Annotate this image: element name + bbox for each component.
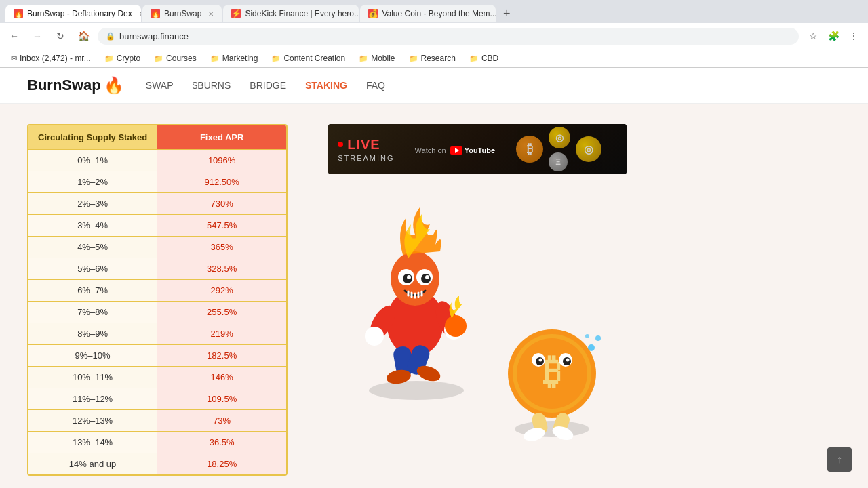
streaming-text: STREAMING: [338, 154, 394, 162]
apr-cell: 292%: [157, 280, 286, 301]
youtube-thumbnail[interactable]: ₿ ◎ Ξ ◎ LIVE STREAMING Watch on: [328, 124, 627, 174]
apr-cell: 219%: [157, 323, 286, 344]
svg-point-36: [588, 344, 595, 351]
bitcoin-coin-bg: ₿: [516, 136, 543, 163]
staking-table: Circulating Supply Staked Fixed APR 0%–1…: [27, 124, 288, 476]
nav-burns[interactable]: $BURNS: [193, 80, 231, 91]
bookmark-label: Crypto: [117, 54, 140, 63]
nav-staking[interactable]: STAKING: [305, 80, 347, 91]
apr-cell: 365%: [157, 237, 286, 258]
nav-swap[interactable]: SWAP: [146, 80, 174, 91]
address-bar: ← → ↻ 🏠 🔒 burnswap.finance ☆ 🧩 ⋮: [0, 23, 868, 49]
apr-cell: 36.5%: [157, 432, 286, 453]
supply-range-cell: 7%–8%: [28, 302, 157, 323]
home-button[interactable]: 🏠: [75, 27, 92, 45]
svg-point-18: [407, 275, 411, 279]
apr-cell: 73%: [157, 410, 286, 431]
mascot-area: ₿: [328, 190, 627, 448]
tab-favicon: 🔥: [14, 9, 23, 18]
bookmark-label: Inbox (2,472) - mr...: [20, 54, 91, 63]
table-row: 13%–14% 36.5%: [28, 431, 286, 453]
bookmark-mobile[interactable]: 📁 Mobile: [353, 52, 400, 64]
supply-range-cell: 0%–1%: [28, 150, 157, 171]
apr-cell: 1096%: [157, 150, 286, 171]
tab-favicon: ⚡: [231, 9, 241, 18]
tab-label: BurnSwap - Deflationary Dex: [27, 9, 132, 18]
bookmark-marketing[interactable]: 📁 Marketing: [205, 52, 264, 64]
table-row: 12%–13% 73%: [28, 409, 286, 431]
bookmark-label: Marketing: [222, 54, 258, 63]
back-button[interactable]: ←: [5, 27, 23, 45]
apr-cell: 730%: [157, 193, 286, 214]
settings-icon[interactable]: ⋮: [845, 27, 863, 45]
tab-label: SideKick Finance | Every hero...: [245, 9, 359, 18]
supply-range-cell: 14% and up: [28, 453, 157, 474]
logo-text: BurnSwap: [27, 77, 101, 94]
live-text: LIVE: [347, 137, 380, 152]
table-row: 11%–12% 109.5%: [28, 388, 286, 409]
supply-range-cell: 11%–12%: [28, 388, 157, 409]
site-nav: BurnSwap 🔥 SWAP $BURNS BRIDGE STAKING FA…: [0, 68, 868, 104]
table-row: 7%–8% 255.5%: [28, 301, 286, 323]
scroll-to-top-button[interactable]: ↑: [827, 447, 852, 472]
lock-icon: 🔒: [106, 32, 115, 41]
bookmark-label: Mobile: [371, 54, 395, 63]
bookmark-label: CBD: [481, 54, 498, 63]
supply-range-cell: 10%–11%: [28, 367, 157, 388]
supply-range-cell: 2%–3%: [28, 193, 157, 214]
refresh-button[interactable]: ↻: [52, 27, 69, 45]
main-layout: Circulating Supply Staked Fixed APR 0%–1…: [0, 104, 868, 488]
forward-button[interactable]: →: [28, 27, 46, 45]
new-tab-button[interactable]: +: [497, 4, 516, 23]
bookmark-label: Courses: [166, 54, 197, 63]
live-dot: [338, 142, 343, 147]
tab-valuecoin[interactable]: 💰 Value Coin - Beyond the Mem... ✕: [360, 5, 496, 22]
supply-range-cell: 12%–13%: [28, 410, 157, 431]
table-row: 10%–11% 146%: [28, 366, 286, 388]
svg-point-2: [369, 381, 464, 400]
table-row: 9%–10% 182.5%: [28, 344, 286, 366]
tab-sidekick[interactable]: ⚡ SideKick Finance | Every hero... ✕: [223, 5, 359, 22]
url-text: burnswap.finance: [119, 31, 189, 41]
folder-icon: 📁: [154, 54, 163, 63]
supply-range-cell: 5%–6%: [28, 258, 157, 279]
apr-cell: 109.5%: [157, 388, 286, 409]
tab-close-btn[interactable]: ✕: [139, 10, 141, 18]
apr-cell: 328.5%: [157, 258, 286, 279]
apr-cell: 182.5%: [157, 345, 286, 366]
folder-icon: 📁: [271, 54, 281, 63]
folder-icon: 📁: [409, 54, 418, 63]
bookmark-cbd[interactable]: 📁 CBD: [464, 52, 504, 64]
page-content: BurnSwap 🔥 SWAP $BURNS BRIDGE STAKING FA…: [0, 68, 868, 488]
nav-bridge[interactable]: BRIDGE: [250, 80, 286, 91]
live-badge-row: LIVE: [338, 137, 394, 152]
browser-chrome: 🔥 BurnSwap - Deflationary Dex ✕ 🔥 BurnSw…: [0, 0, 868, 68]
col-header-apr: Fixed APR: [157, 125, 286, 149]
svg-point-30: [539, 359, 542, 362]
table-row: 0%–1% 1096%: [28, 149, 286, 171]
tab-bar: 🔥 BurnSwap - Deflationary Dex ✕ 🔥 BurnSw…: [0, 0, 868, 23]
bookmark-crypto[interactable]: 📁 Crypto: [99, 52, 146, 64]
right-side: ₿ ◎ Ξ ◎ LIVE STREAMING Watch on: [328, 124, 841, 476]
supply-range-cell: 6%–7%: [28, 280, 157, 301]
bookmark-inbox[interactable]: ✉ Inbox (2,472) - mr...: [5, 52, 96, 64]
supply-range-cell: 13%–14%: [28, 432, 157, 453]
tab-burnswap[interactable]: 🔥 BurnSwap ✕: [142, 5, 222, 22]
toolbar-icons: ☆ 🧩 ⋮: [804, 27, 863, 45]
silver-coin-bg: Ξ: [549, 152, 568, 171]
bookmark-content-creation[interactable]: 📁 Content Creation: [266, 52, 351, 64]
nav-links: SWAP $BURNS BRIDGE STAKING FAQ: [146, 80, 385, 91]
bookmark-courses[interactable]: 📁 Courses: [149, 52, 202, 64]
tab-close-btn[interactable]: ✕: [208, 10, 214, 18]
star-icon[interactable]: ☆: [804, 27, 822, 45]
table-row: 6%–7% 292%: [28, 279, 286, 301]
url-bar[interactable]: 🔒 burnswap.finance: [98, 28, 799, 45]
extension-icon[interactable]: 🧩: [825, 27, 842, 45]
apr-cell: 18.25%: [157, 453, 286, 474]
tab-favicon: 💰: [368, 9, 378, 18]
bookmark-research[interactable]: 📁 Research: [403, 52, 461, 64]
tab-burnswap-dex[interactable]: 🔥 BurnSwap - Deflationary Dex ✕: [5, 5, 141, 22]
site-logo[interactable]: BurnSwap 🔥: [27, 76, 124, 95]
bookmarks-bar: ✉ Inbox (2,472) - mr... 📁 Crypto 📁 Cours…: [0, 49, 868, 67]
nav-faq[interactable]: FAQ: [366, 80, 385, 91]
